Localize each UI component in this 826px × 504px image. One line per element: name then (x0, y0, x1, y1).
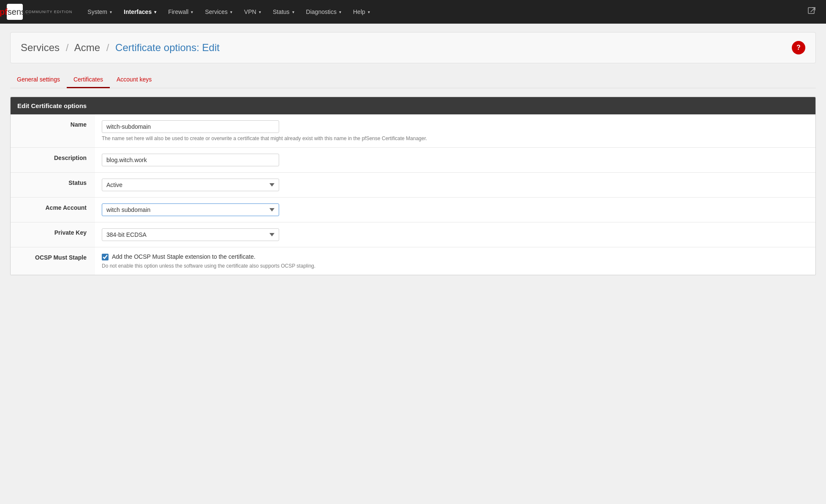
control-private-key: 2048-bit RSA 3072-bit RSA 4096-bit RSA 2… (95, 222, 815, 247)
select-acme-account[interactable]: witch subdomain (102, 203, 279, 216)
control-description (95, 148, 815, 173)
help-text-ocsp: Do not enable this option unless the sof… (102, 263, 440, 269)
panel-header: Edit Certificate options (11, 97, 815, 114)
breadcrumb-sep-2: / (106, 42, 109, 53)
main-content: Services / Acme / Certificate options: E… (0, 24, 826, 284)
logo[interactable]: pfsense COMMUNITY EDITION (7, 4, 72, 20)
breadcrumb-sep-1: / (66, 42, 69, 53)
input-description[interactable] (102, 154, 279, 166)
label-status: Status (11, 173, 95, 198)
ocsp-checkbox-label: Add the OCSP Must Staple extension to th… (112, 253, 255, 260)
caret-vpn: ▾ (259, 10, 261, 14)
checkbox-ocsp[interactable] (102, 254, 109, 260)
tabs-bar: General settings Certificates Account ke… (10, 72, 816, 88)
svg-rect-0 (808, 8, 814, 14)
control-name: The name set here will also be used to c… (95, 114, 815, 148)
caret-diagnostics: ▾ (339, 10, 341, 14)
control-acme-account: witch subdomain (95, 198, 815, 222)
label-acme-account: Acme Account (11, 198, 95, 222)
logo-text: COMMUNITY EDITION (25, 10, 72, 14)
caret-system: ▾ (110, 10, 112, 14)
navbar-menu: System ▾ Interfaces ▾ Firewall ▾ Service… (82, 5, 804, 19)
form-row-private-key: Private Key 2048-bit RSA 3072-bit RSA 40… (11, 222, 815, 247)
form-table: Name The name set here will also be used… (11, 114, 815, 275)
caret-status: ▾ (292, 10, 294, 14)
label-name: Name (11, 114, 95, 148)
nav-external-link[interactable] (804, 5, 819, 19)
label-ocsp: OCSP Must Staple (11, 247, 95, 275)
panel-title: Edit Certificate options (17, 102, 87, 109)
tab-label-account-keys: Account keys (117, 76, 152, 83)
nav-item-system[interactable]: System ▾ (82, 5, 117, 19)
form-row-name: Name The name set here will also be used… (11, 114, 815, 148)
breadcrumb: Services / Acme / Certificate options: E… (21, 42, 220, 54)
form-row-description: Description (11, 148, 815, 173)
breadcrumb-part-1: Services (21, 42, 60, 53)
nav-label-firewall: Firewall (168, 8, 188, 15)
control-status: Active Disabled (95, 173, 815, 198)
select-status[interactable]: Active Disabled (102, 179, 279, 191)
breadcrumb-header: Services / Acme / Certificate options: E… (10, 32, 816, 63)
nav-item-diagnostics[interactable]: Diagnostics ▾ (301, 5, 346, 19)
nav-item-help[interactable]: Help ▾ (348, 5, 375, 19)
form-row-acme-account: Acme Account witch subdomain (11, 198, 815, 222)
form-row-status: Status Active Disabled (11, 173, 815, 198)
nav-label-help: Help (353, 8, 365, 15)
nav-label-system: System (87, 8, 107, 15)
panel: Edit Certificate options Name The name s… (10, 97, 816, 275)
nav-label-diagnostics: Diagnostics (306, 8, 337, 15)
input-name[interactable] (102, 120, 279, 133)
tab-general-settings[interactable]: General settings (10, 72, 67, 88)
help-text-name: The name set here will also be used to c… (102, 135, 440, 141)
caret-interfaces: ▾ (154, 10, 156, 14)
label-private-key: Private Key (11, 222, 95, 247)
logo-pf-text: pf (0, 7, 8, 17)
caret-help: ▾ (368, 10, 370, 14)
nav-label-status: Status (273, 8, 290, 15)
tab-account-keys[interactable]: Account keys (110, 72, 158, 88)
ocsp-checkbox-row: Add the OCSP Must Staple extension to th… (102, 253, 809, 260)
nav-label-interfaces: Interfaces (124, 8, 152, 15)
tab-label-general-settings: General settings (17, 76, 60, 83)
tab-certificates[interactable]: Certificates (67, 72, 110, 88)
form-row-ocsp: OCSP Must Staple Add the OCSP Must Stapl… (11, 247, 815, 275)
logo-box: pfsense (7, 4, 23, 20)
nav-item-vpn[interactable]: VPN ▾ (239, 5, 266, 19)
select-private-key[interactable]: 2048-bit RSA 3072-bit RSA 4096-bit RSA 2… (102, 228, 279, 241)
breadcrumb-part-2: Acme (74, 42, 100, 53)
nav-label-vpn: VPN (244, 8, 256, 15)
label-description: Description (11, 148, 95, 173)
nav-item-interfaces[interactable]: Interfaces ▾ (119, 5, 161, 19)
nav-item-services[interactable]: Services ▾ (200, 5, 237, 19)
caret-firewall: ▾ (191, 10, 193, 14)
control-ocsp: Add the OCSP Must Staple extension to th… (95, 247, 815, 275)
nav-item-firewall[interactable]: Firewall ▾ (163, 5, 198, 19)
nav-label-services: Services (205, 8, 228, 15)
tab-label-certificates: Certificates (73, 76, 103, 83)
logo-sub: COMMUNITY EDITION (25, 10, 72, 14)
breadcrumb-current: Certificate options: Edit (115, 42, 220, 53)
navbar: pfsense COMMUNITY EDITION System ▾ Inter… (0, 0, 826, 24)
caret-services: ▾ (230, 10, 232, 14)
nav-item-status[interactable]: Status ▾ (268, 5, 299, 19)
help-button[interactable]: ? (792, 41, 805, 54)
